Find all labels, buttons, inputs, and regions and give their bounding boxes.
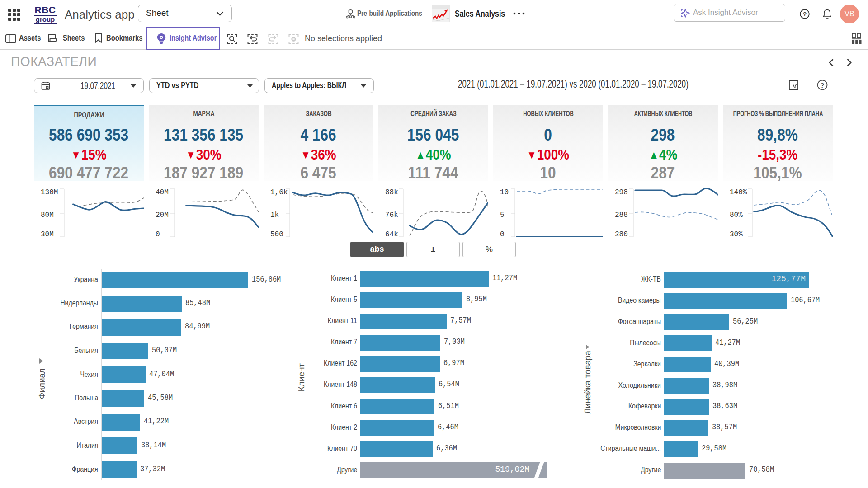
svg-text:?: ?	[803, 11, 807, 18]
svg-text:?: ?	[821, 82, 825, 89]
